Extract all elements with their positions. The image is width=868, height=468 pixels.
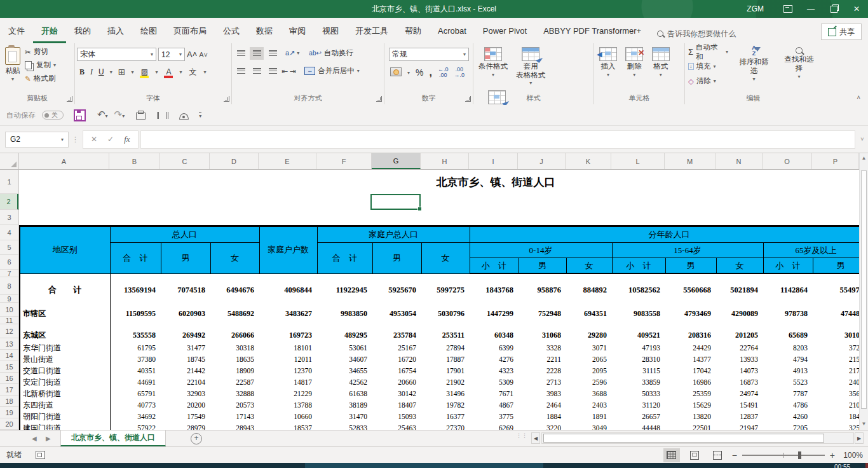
column-header-A[interactable]: A xyxy=(19,153,109,169)
data-cell[interactable]: 17549 xyxy=(161,411,210,422)
data-cell[interactable]: 6399 xyxy=(470,342,519,354)
data-cell[interactable]: 31120 xyxy=(612,399,665,411)
data-cell[interactable] xyxy=(259,320,317,328)
data-cell[interactable] xyxy=(210,299,259,306)
data-cell[interactable]: 201205 xyxy=(716,328,763,342)
ribbon-tab-2[interactable]: 我的 xyxy=(66,22,99,41)
data-cell[interactable]: 5997275 xyxy=(421,281,470,299)
data-cell[interactable] xyxy=(763,299,813,306)
percent-style-button[interactable]: % xyxy=(416,67,423,78)
header-household-count[interactable]: 家庭户户数 xyxy=(259,226,317,274)
data-cell[interactable]: 32888 xyxy=(210,388,259,399)
data-cell[interactable]: 16377 xyxy=(421,411,470,422)
data-cell[interactable]: 5523 xyxy=(763,376,813,388)
undo-icon[interactable]: ↶▾ xyxy=(97,110,108,121)
data-cell[interactable]: 27894 xyxy=(421,342,470,354)
sheet-tab-active[interactable]: 北京市乡、镇、街道人口 xyxy=(60,430,166,446)
insert-function-icon[interactable]: fx xyxy=(124,134,130,144)
row-header-14[interactable]: 14 xyxy=(0,350,18,361)
collapse-ribbon-button[interactable]: ˄ xyxy=(857,94,860,101)
header-age2-subtotal[interactable]: 小 计 xyxy=(612,258,665,274)
data-cell[interactable]: 40773 xyxy=(110,399,161,411)
autosave-toggle[interactable]: 关 xyxy=(42,111,64,120)
header-age-15-64[interactable]: 15-64岁 xyxy=(612,243,763,258)
data-cell[interactable]: 16873 xyxy=(716,376,763,388)
ribbon-tab-1[interactable]: 开始 xyxy=(33,22,66,43)
vertical-scroll-thumb[interactable] xyxy=(861,170,867,409)
data-cell[interactable]: 30142 xyxy=(372,388,421,399)
data-cell[interactable] xyxy=(421,299,470,306)
data-cell[interactable]: 17901 xyxy=(421,365,470,376)
data-cell[interactable]: 16720 xyxy=(372,354,421,365)
data-cell[interactable]: 15629 xyxy=(665,399,716,411)
header-age1-male[interactable]: 男 xyxy=(519,258,566,274)
data-cell[interactable]: 4953054 xyxy=(372,306,421,320)
redo-icon[interactable]: ↷▾ xyxy=(114,110,125,121)
data-cell[interactable]: 6269 xyxy=(470,422,519,430)
header-region[interactable]: 地区别 xyxy=(20,226,110,274)
region-cell-row-18[interactable]: 东四街道 xyxy=(20,399,110,411)
data-cell[interactable]: 535558 xyxy=(110,328,161,342)
data-cell[interactable]: 1891 xyxy=(566,411,612,422)
data-cell[interactable]: 30318 xyxy=(210,342,259,354)
data-cell[interactable]: 28310 xyxy=(612,354,665,365)
alignment-dialog-launcher[interactable] xyxy=(376,96,382,102)
row-header-4[interactable]: 4 xyxy=(0,225,18,240)
data-cell[interactable]: 489295 xyxy=(317,328,372,342)
data-cell[interactable]: 3220 xyxy=(519,422,566,430)
data-cell[interactable]: 14377 xyxy=(665,354,716,365)
cut-button[interactable]: ✂剪切 xyxy=(24,45,57,59)
data-cell[interactable]: 169723 xyxy=(259,328,317,342)
data-cell[interactable]: 13933 xyxy=(716,354,763,365)
data-cell[interactable] xyxy=(317,273,372,281)
region-cell-row-10[interactable]: 市辖区 xyxy=(20,306,110,320)
header-age2-male[interactable]: 男 xyxy=(665,258,716,274)
region-cell-row-17[interactable]: 北新桥街道 xyxy=(20,388,110,399)
header-age3-subtotal[interactable]: 小 计 xyxy=(763,258,813,274)
data-cell[interactable]: 18407 xyxy=(372,399,421,411)
data-cell[interactable] xyxy=(161,320,210,328)
header-family-pop[interactable]: 家庭户总人口 xyxy=(317,226,470,243)
data-cell[interactable]: 7671 xyxy=(470,388,519,399)
data-cell[interactable]: 28979 xyxy=(161,422,210,430)
fill-color-button[interactable]: ▨ xyxy=(139,68,149,76)
ribbon-tab-12[interactable]: Acrobat xyxy=(430,22,475,41)
data-cell[interactable]: 253511 xyxy=(421,328,470,342)
data-cell[interactable]: 21229 xyxy=(259,388,317,399)
data-cell[interactable]: 50333 xyxy=(612,388,665,399)
data-cell[interactable]: 2211 xyxy=(519,354,566,365)
phonetic-button[interactable]: 文 xyxy=(187,68,198,76)
data-cell[interactable]: 7074518 xyxy=(161,281,210,299)
region-cell-row-8[interactable]: 合 计 xyxy=(20,281,110,299)
clipboard-dialog-launcher[interactable] xyxy=(67,96,72,102)
data-cell[interactable]: 2107 xyxy=(813,399,859,411)
data-cell[interactable]: 40351 xyxy=(110,365,161,376)
data-cell[interactable]: 65689 xyxy=(763,328,813,342)
data-cell[interactable]: 3720 xyxy=(813,342,859,354)
header-total-sum[interactable]: 合 计 xyxy=(110,243,161,274)
data-cell[interactable] xyxy=(210,320,259,328)
decrease-indent-button[interactable]: ⇤ xyxy=(281,67,288,76)
zoom-level[interactable]: 100% xyxy=(840,451,863,460)
data-cell[interactable]: 34607 xyxy=(317,354,372,365)
row-header-1[interactable]: 1 xyxy=(0,170,18,194)
data-cell[interactable]: 20660 xyxy=(372,376,421,388)
header-family-sum[interactable]: 合 计 xyxy=(317,243,372,274)
data-cell[interactable]: 29280 xyxy=(566,328,612,342)
sheet-title-cell[interactable]: 北京市乡、镇、街道人口 xyxy=(318,170,674,194)
column-header-I[interactable]: I xyxy=(469,153,518,169)
wrap-text-button[interactable]: ab↩自动换行 xyxy=(308,46,355,60)
header-age2-female[interactable]: 女 xyxy=(716,258,763,274)
data-cell[interactable]: 4290089 xyxy=(716,306,763,320)
ribbon-tab-5[interactable]: 页面布局 xyxy=(165,22,215,41)
ribbon-tab-10[interactable]: 开发工具 xyxy=(347,22,397,41)
data-cell[interactable]: 18909 xyxy=(210,365,259,376)
data-cell[interactable]: 1843 xyxy=(813,411,859,422)
data-cell[interactable] xyxy=(813,273,859,281)
data-cell[interactable]: 47193 xyxy=(612,342,665,354)
zoom-in-button[interactable]: + xyxy=(830,450,835,460)
cancel-icon[interactable]: ✕ xyxy=(91,135,97,144)
column-header-M[interactable]: M xyxy=(665,153,715,169)
data-cell[interactable]: 37380 xyxy=(110,354,161,365)
data-cell[interactable]: 4323 xyxy=(470,365,519,376)
